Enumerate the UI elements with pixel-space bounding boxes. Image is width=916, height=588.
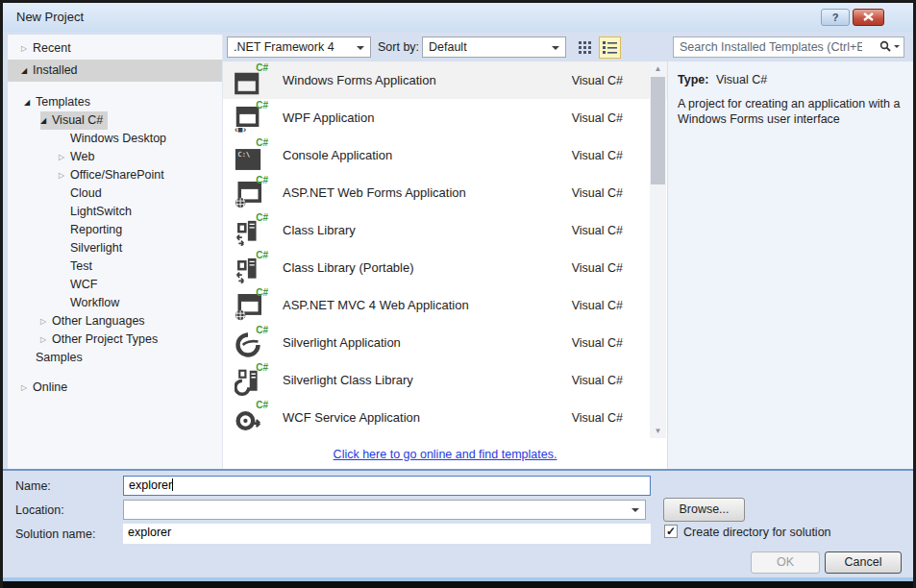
- scrollbar[interactable]: ▲ ▼: [650, 61, 666, 438]
- sidebar-item-workflow[interactable]: Workflow: [8, 294, 222, 312]
- sidebar-item-recent[interactable]: ▷Recent: [8, 37, 222, 60]
- browse-button[interactable]: Browse...: [663, 498, 745, 522]
- location-input[interactable]: [123, 500, 646, 520]
- sidebar-item-web[interactable]: ▷Web: [8, 148, 222, 166]
- template-info-panel: Type: Visual C# A project for creating a…: [668, 61, 913, 469]
- go-online-link[interactable]: Click here to go online and find templat…: [223, 448, 667, 461]
- chevron-down-icon[interactable]: [631, 508, 639, 516]
- template-name: Silverlight Class Library: [283, 373, 413, 387]
- tree-collapsed-icon[interactable]: ▷: [40, 312, 52, 331]
- tree-collapsed-icon[interactable]: ▷: [40, 331, 52, 349]
- cancel-button[interactable]: Cancel: [825, 551, 902, 574]
- sidebar-item-installed[interactable]: ◢Installed: [8, 60, 222, 82]
- silverlight-icon: C#: [235, 328, 267, 358]
- name-input[interactable]: explorer: [123, 476, 651, 496]
- template-item-wpf-application[interactable]: ‹■›C#WPF ApplicationVisual C#: [223, 99, 667, 136]
- list-view-button[interactable]: [599, 37, 621, 59]
- sidebar-item-reporting[interactable]: Reporting: [8, 221, 222, 239]
- wpf-icon: ‹■›C#: [235, 103, 267, 134]
- sidebar-item-wcf[interactable]: WCF: [8, 276, 222, 294]
- chevron-down-icon: [357, 46, 364, 54]
- sidebar-item-templates[interactable]: ◢Templates: [8, 93, 222, 111]
- template-item-console-application[interactable]: C:\C#Console ApplicationVisual C#: [223, 136, 667, 174]
- template-list: C#Windows Forms ApplicationVisual C#‹■›C…: [223, 61, 667, 469]
- sidebar-item-label: Web: [70, 148, 94, 166]
- library-icon: C#: [235, 253, 267, 283]
- title-bar[interactable]: New Project ?: [3, 3, 913, 32]
- template-language: Visual C#: [572, 224, 623, 237]
- chevron-down-icon: [552, 46, 559, 54]
- sidebar-item-label: Other Project Types: [52, 331, 158, 349]
- type-label: Type:: [678, 73, 708, 86]
- tree-collapsed-icon[interactable]: ▷: [21, 37, 33, 60]
- scrollbar-thumb[interactable]: [651, 77, 665, 184]
- sidebar-item-label: Windows Desktop: [70, 130, 166, 148]
- create-directory-label: Create directory for solution: [683, 526, 831, 539]
- sidebar-item-label: Reporting: [70, 221, 122, 239]
- template-item-class-library-portable[interactable]: C#Class Library (Portable)Visual C#: [223, 249, 667, 286]
- close-button[interactable]: [853, 9, 884, 26]
- template-name: WCF Service Application: [283, 410, 420, 425]
- sidebar-item-label: Online: [33, 377, 67, 399]
- template-name: Silverlight Application: [283, 335, 401, 350]
- template-tree: ▷Recent◢Installed◢Templates◢Visual C#Win…: [8, 35, 223, 469]
- create-directory-checkbox[interactable]: ✓: [664, 525, 678, 538]
- wcf-icon: C#: [235, 403, 267, 433]
- form-separator: [3, 469, 913, 471]
- template-name: Console Application: [283, 148, 392, 162]
- sidebar-item-label: Samples: [36, 349, 83, 367]
- scroll-up-icon[interactable]: ▲: [650, 61, 666, 76]
- template-description: A project for creating an application wi…: [678, 96, 906, 127]
- sidebar-item-office-sharepoint[interactable]: ▷Office/SharePoint: [8, 166, 222, 184]
- template-item-wcf-service-application[interactable]: C#WCF Service ApplicationVisual C#: [223, 399, 667, 436]
- sidebar-item-other-project-types[interactable]: ▷Other Project Types: [8, 331, 222, 349]
- web-icon: C#: [235, 178, 267, 208]
- sidebar-item-online[interactable]: ▷Online: [8, 377, 222, 399]
- tree-collapsed-icon[interactable]: ▷: [21, 377, 33, 399]
- tree-expanded-icon[interactable]: ◢: [40, 111, 52, 130]
- framework-dropdown[interactable]: .NET Framework 4: [227, 37, 371, 58]
- sidebar-item-label: Recent: [33, 37, 71, 60]
- template-item-silverlight-application[interactable]: C#Silverlight ApplicationVisual C#: [223, 324, 667, 361]
- sidebar-item-label: Installed: [33, 60, 78, 82]
- sidebar-item-cloud[interactable]: Cloud: [8, 184, 222, 203]
- svg-text:C:\: C:\: [238, 150, 251, 158]
- sort-by-label: Sort by:: [378, 40, 419, 54]
- search-box[interactable]: [673, 37, 904, 58]
- sidebar-item-lightswitch[interactable]: LightSwitch: [8, 203, 222, 221]
- tree-expanded-icon[interactable]: ◢: [24, 93, 36, 111]
- sidebar-item-label: Visual C#: [52, 111, 103, 130]
- template-item-windows-forms-application[interactable]: C#Windows Forms ApplicationVisual C#: [223, 61, 667, 99]
- sort-dropdown[interactable]: Default: [422, 37, 566, 58]
- sidebar-item-label: Office/SharePoint: [70, 166, 164, 184]
- template-language: Visual C#: [572, 261, 623, 275]
- web-icon: C#: [235, 290, 267, 321]
- template-language: Visual C#: [572, 411, 623, 425]
- sidebar-item-other-languages[interactable]: ▷Other Languages: [8, 312, 222, 331]
- sidebar-item-label: Templates: [36, 93, 90, 111]
- template-item-silverlight-class-library[interactable]: C#Silverlight Class LibraryVisual C#: [223, 361, 667, 399]
- help-button[interactable]: ?: [821, 9, 850, 26]
- template-item-class-library[interactable]: C#Class LibraryVisual C#: [223, 211, 667, 249]
- small-icons-view-button[interactable]: [574, 37, 596, 59]
- template-name: ASP.NET Web Forms Application: [283, 185, 466, 200]
- sidebar-item-windows-desktop[interactable]: Windows Desktop: [8, 130, 222, 148]
- chevron-down-icon[interactable]: [894, 45, 900, 51]
- tree-expanded-icon[interactable]: ◢: [21, 60, 33, 82]
- scroll-down-icon[interactable]: ▼: [650, 424, 666, 438]
- template-language: Visual C#: [572, 149, 623, 162]
- sidebar-item-test[interactable]: Test: [8, 257, 222, 276]
- template-item-asp-net-mvc-4-web-application[interactable]: C#ASP.NET MVC 4 Web ApplicationVisual C#: [223, 286, 667, 324]
- sidebar-item-visual-c[interactable]: ◢Visual C#: [8, 111, 222, 130]
- ok-button[interactable]: OK: [751, 551, 820, 574]
- svg-text:‹■›: ‹■›: [235, 124, 246, 134]
- text-caret: [172, 478, 173, 491]
- sidebar-item-samples[interactable]: Samples: [8, 349, 222, 367]
- solution-name-input[interactable]: explorer: [123, 524, 651, 544]
- tree-collapsed-icon[interactable]: ▷: [59, 148, 70, 166]
- search-input[interactable]: [680, 38, 862, 56]
- sidebar-item-silverlight[interactable]: Silverlight: [8, 239, 222, 257]
- template-language: Visual C#: [572, 74, 623, 87]
- tree-collapsed-icon[interactable]: ▷: [59, 166, 70, 184]
- template-item-asp-net-web-forms-application[interactable]: C#ASP.NET Web Forms ApplicationVisual C#: [223, 174, 667, 211]
